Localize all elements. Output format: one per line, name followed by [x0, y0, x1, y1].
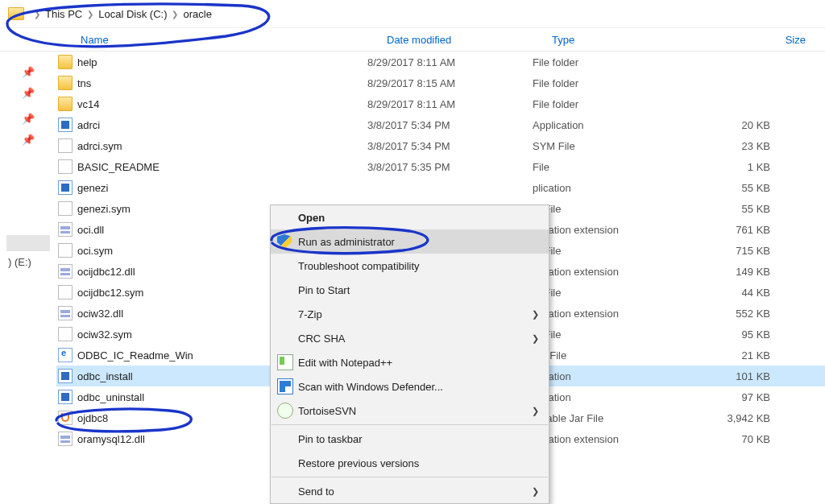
file-type: cutable Jar File — [533, 412, 674, 424]
column-header-date[interactable]: Date modified — [387, 34, 552, 46]
file-icon — [56, 159, 74, 174]
menu-item-label: Run as administrator — [298, 236, 395, 248]
app-icon — [56, 390, 74, 404]
dll-icon — [56, 432, 74, 446]
chevron-right-icon: ❯ — [29, 10, 45, 19]
menu-item[interactable]: Scan with Windows Defender... — [271, 374, 549, 399]
file-icon — [56, 327, 74, 341]
column-header-name[interactable]: Name — [0, 34, 387, 46]
file-icon — [56, 201, 74, 216]
pin-icon[interactable]: 📌 — [0, 66, 56, 79]
file-type: File folder — [533, 56, 674, 68]
menu-item[interactable]: Pin to Start — [271, 278, 549, 302]
menu-item[interactable]: Edit with Notepad++ — [271, 350, 549, 374]
file-row[interactable]: BASIC_README3/8/2017 5:35 PMFile1 KB — [56, 156, 825, 177]
file-icon — [56, 138, 74, 153]
app-icon — [56, 369, 74, 383]
file-name: adrci — [74, 119, 367, 131]
file-size: 95 KB — [674, 328, 786, 341]
java-icon — [56, 411, 74, 425]
file-date: 8/29/2017 8:11 AM — [367, 98, 533, 110]
file-size: 55 KB — [674, 182, 786, 194]
menu-item[interactable]: TortoiseSVN❯ — [271, 399, 549, 423]
file-type: plication extension — [533, 433, 674, 445]
menu-item-label: Edit with Notepad++ — [298, 357, 392, 369]
tort-icon — [277, 403, 293, 419]
file-size: 21 KB — [674, 349, 786, 361]
file-type: M File — [533, 245, 674, 257]
file-type: plication — [533, 182, 674, 194]
file-type: Application — [533, 119, 674, 131]
breadcrumb-oracle[interactable]: oracle — [183, 8, 211, 20]
file-row[interactable]: tns8/29/2017 8:15 AMFile folder — [56, 72, 825, 93]
breadcrumb-local-disk-c[interactable]: Local Disk (C:) — [98, 8, 167, 20]
menu-item[interactable]: Open — [271, 205, 549, 229]
app-icon — [56, 118, 74, 132]
menu-item-label: Scan with Windows Defender... — [298, 381, 443, 393]
chevron-right-icon: ❯ — [167, 10, 183, 19]
menu-item-label: 7-Zip — [298, 308, 322, 320]
column-header-type[interactable]: Type — [552, 34, 693, 46]
file-size: 1 KB — [674, 161, 786, 173]
file-row[interactable]: vc148/29/2017 8:11 AMFile folder — [56, 93, 825, 114]
chevron-right-icon: ❯ — [532, 333, 539, 344]
file-row[interactable]: help8/29/2017 8:11 AMFile folder — [56, 52, 825, 72]
drive-thumbnail[interactable] — [6, 235, 50, 251]
file-type: plication — [533, 370, 674, 382]
file-size: 149 KB — [674, 266, 786, 278]
file-name: help — [74, 56, 367, 68]
quick-access-pane: 📌 📌 📌 📌 ) (E:) — [0, 52, 56, 449]
file-type: plication extension — [533, 266, 674, 278]
file-date: 3/8/2017 5:35 PM — [367, 161, 533, 173]
file-date: 8/29/2017 8:15 AM — [367, 77, 533, 89]
menu-item[interactable]: CRC SHA❯ — [271, 326, 549, 350]
context-menu[interactable]: OpenRun as administratorTroubleshoot com… — [270, 204, 549, 449]
breadcrumb-this-pc[interactable]: This PC — [45, 8, 82, 20]
file-type: ML File — [533, 349, 674, 361]
file-type: SYM File — [533, 140, 674, 152]
file-type: M File — [533, 287, 674, 299]
ml-icon — [56, 348, 74, 362]
pin-icon[interactable]: 📌 — [0, 87, 56, 100]
file-name: tns — [74, 77, 367, 89]
dll-icon — [56, 264, 74, 279]
file-row[interactable]: geneziplication55 KB — [56, 177, 825, 198]
menu-item[interactable]: Troubleshoot compatibility — [271, 254, 549, 278]
menu-item-label: Pin to taskbar — [298, 433, 363, 445]
shield-icon — [277, 234, 292, 249]
menu-item[interactable]: 7-Zip❯ — [271, 302, 549, 326]
pin-icon[interactable]: 📌 — [0, 134, 56, 147]
chevron-right-icon: ❯ — [532, 309, 539, 320]
file-row[interactable]: adrci.sym3/8/2017 5:34 PMSYM File23 KB — [56, 135, 825, 156]
file-size: 761 KB — [674, 224, 786, 236]
pin-icon[interactable]: 📌 — [0, 113, 56, 126]
file-size: 70 KB — [674, 433, 786, 445]
file-size: 552 KB — [674, 308, 786, 320]
folder-icon — [56, 97, 74, 111]
file-size: 101 KB — [674, 370, 786, 382]
file-date: 3/8/2017 5:34 PM — [367, 119, 533, 131]
menu-item[interactable]: Run as administrator — [271, 229, 549, 254]
folder-icon — [56, 55, 74, 69]
file-size: 20 KB — [674, 119, 786, 131]
file-name: vc14 — [74, 98, 367, 110]
menu-item[interactable]: Pin to taskbar — [271, 427, 549, 449]
file-type: plication extension — [533, 308, 674, 320]
file-type: plication — [533, 391, 674, 403]
file-size: 97 KB — [674, 391, 786, 403]
drive-label[interactable]: ) (E:) — [8, 256, 56, 268]
menu-item-label: CRC SHA — [298, 333, 346, 345]
menu-item-label: Pin to Start — [298, 284, 350, 296]
file-type: M File — [533, 203, 674, 215]
column-header-row: Name Date modified Type Size — [0, 28, 825, 52]
file-row[interactable]: adrci3/8/2017 5:34 PMApplication20 KB — [56, 114, 825, 135]
file-name: BASIC_README — [74, 161, 367, 173]
folder-icon — [8, 7, 24, 20]
folder-icon — [56, 76, 74, 90]
file-size: 55 KB — [674, 203, 786, 215]
breadcrumb[interactable]: ❯ This PC ❯ Local Disk (C:) ❯ oracle — [0, 0, 825, 28]
file-date: 8/29/2017 8:11 AM — [367, 56, 533, 68]
menu-item-label: Open — [298, 212, 325, 224]
chevron-right-icon: ❯ — [532, 406, 539, 416]
column-header-size[interactable]: Size — [693, 34, 822, 46]
